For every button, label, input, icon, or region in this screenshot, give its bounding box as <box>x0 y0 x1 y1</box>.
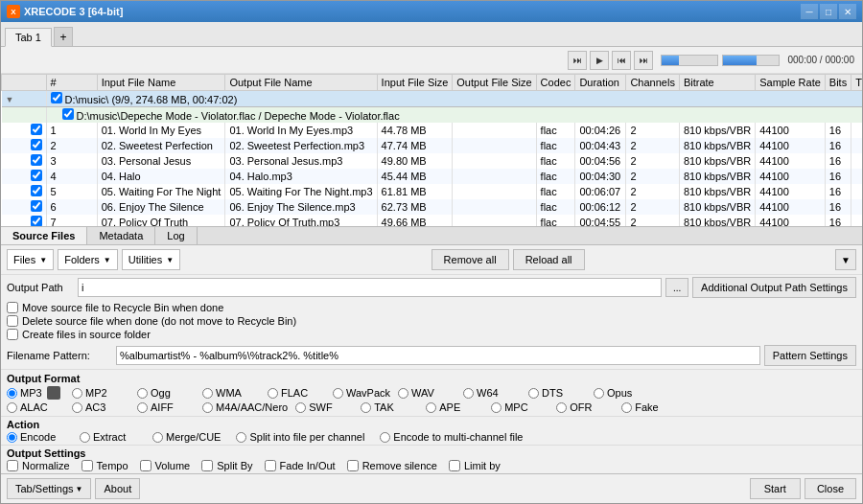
col-input-size[interactable]: Input File Size <box>377 75 453 91</box>
format-option-ac3[interactable]: AC3 <box>72 401 129 413</box>
play-button[interactable]: ▶ <box>590 51 609 70</box>
utilities-dropdown[interactable]: Utilities ▼ <box>122 249 180 270</box>
col-num[interactable]: # <box>46 75 97 91</box>
format-option-tak[interactable]: TAK <box>361 401 418 413</box>
action-option-encode_multi[interactable]: Encode to multi-channel file <box>380 431 523 443</box>
output-setting-fade_in_out[interactable]: Fade In/Out <box>265 460 336 471</box>
col-output-name[interactable]: Output File Name <box>225 75 377 91</box>
col-input-name[interactable]: Input File Name <box>97 75 225 91</box>
row-checkbox[interactable] <box>31 185 42 196</box>
output-setting-remove_silence[interactable]: Remove silence <box>347 460 437 471</box>
format-radio-ofr[interactable] <box>556 402 567 413</box>
expand-arrow[interactable]: ▼ <box>835 249 856 270</box>
format-radio-mpc[interactable] <box>491 402 501 413</box>
files-dropdown[interactable]: Files ▼ <box>7 249 54 270</box>
table-row[interactable]: 4 04. Halo 04. Halo.mp3 45.44 MB flac 00… <box>2 169 863 184</box>
col-bitrate[interactable]: Bitrate <box>679 75 755 91</box>
format-radio-wav[interactable] <box>398 388 408 399</box>
output-setting-checkbox-limit_by[interactable] <box>449 460 460 471</box>
action-radio-extract[interactable] <box>80 432 90 443</box>
format-option-dts[interactable]: DTS <box>528 387 586 399</box>
output-setting-normalize[interactable]: Normalize <box>7 460 70 471</box>
col-codec[interactable]: Codec <box>536 75 575 91</box>
format-option-ogg[interactable]: Ogg <box>137 387 195 399</box>
progress-bar[interactable] <box>661 55 718 66</box>
tab-settings-button[interactable]: Tab/Settings ▼ <box>7 478 91 499</box>
folders-dropdown[interactable]: Folders ▼ <box>58 249 118 270</box>
remove-all-button[interactable]: Remove all <box>432 249 509 270</box>
pattern-input[interactable] <box>116 346 760 365</box>
row-checkbox[interactable] <box>31 170 42 181</box>
output-setting-checkbox-split_by[interactable] <box>201 460 213 471</box>
minimize-button[interactable]: ─ <box>801 4 818 19</box>
action-option-encode[interactable]: Encode <box>7 431 64 443</box>
col-sample-rate[interactable]: Sample Rate <box>756 75 826 91</box>
additional-output-path-button[interactable]: Additional Output Path Settings <box>692 277 856 298</box>
output-setting-tempo[interactable]: Tempo <box>82 460 128 471</box>
format-option-w64[interactable]: W64 <box>463 387 521 399</box>
format-radio-ogg[interactable] <box>137 388 148 399</box>
action-radio-encode_multi[interactable] <box>380 432 390 443</box>
tab-1[interactable]: Tab 1 <box>5 28 52 47</box>
output-setting-limit_by[interactable]: Limit by <box>449 460 501 471</box>
close-button[interactable]: Close <box>805 478 856 499</box>
row-checkbox-cell[interactable] <box>2 138 47 153</box>
col-track-gain[interactable]: Track Gain <box>851 75 862 91</box>
format-radio-ac3[interactable] <box>72 402 82 413</box>
table-row[interactable]: 5 05. Waiting For The Night 05. Waiting … <box>2 184 863 199</box>
table-row[interactable]: 3 03. Personal Jesus 03. Personal Jesus.… <box>2 153 863 169</box>
mp3-settings-icon[interactable] <box>47 386 60 400</box>
table-row[interactable]: 2 02. Sweetest Perfection 02. Sweetest P… <box>2 138 863 153</box>
delete-source-checkbox[interactable] <box>7 315 18 327</box>
col-channels[interactable]: Channels <box>626 75 679 91</box>
output-setting-checkbox-normalize[interactable] <box>7 460 18 471</box>
row-checkbox-cell[interactable] <box>2 153 47 169</box>
format-radio-mp2[interactable] <box>72 388 82 399</box>
start-button[interactable]: Start <box>750 478 801 499</box>
format-option-opus[interactable]: Opus <box>594 387 651 399</box>
skip-next-button[interactable]: ⏭ <box>634 51 653 70</box>
rewind-button[interactable]: ⏭ <box>568 51 587 70</box>
action-option-extract[interactable]: Extract <box>80 431 137 443</box>
format-radio-aiff[interactable] <box>137 402 148 413</box>
format-option-wavpack[interactable]: WavPack <box>333 387 390 399</box>
row-checkbox-cell[interactable] <box>2 184 47 199</box>
format-option-flac[interactable]: FLAC <box>268 387 325 399</box>
reload-all-button[interactable]: Reload all <box>513 249 585 270</box>
format-radio-fake[interactable] <box>621 402 632 413</box>
format-radio-wavpack[interactable] <box>333 388 343 399</box>
format-radio-ape[interactable] <box>426 402 436 413</box>
row-checkbox[interactable] <box>31 139 42 150</box>
format-radio-tak[interactable] <box>361 402 371 413</box>
format-option-fake[interactable]: Fake <box>621 401 679 413</box>
format-radio-m4a[interactable] <box>202 402 213 413</box>
browse-button[interactable]: ... <box>665 278 688 297</box>
format-option-aiff[interactable]: AIFF <box>137 401 195 413</box>
close-window-button[interactable]: ✕ <box>839 4 856 19</box>
table-row[interactable]: 6 06. Enjoy The Silence 06. Enjoy The Si… <box>2 199 863 215</box>
format-option-swf[interactable]: SWF <box>295 401 353 413</box>
output-setting-volume[interactable]: Volume <box>140 460 191 471</box>
row-checkbox[interactable] <box>31 200 42 212</box>
output-setting-checkbox-fade_in_out[interactable] <box>265 460 276 471</box>
format-radio-w64[interactable] <box>463 388 474 399</box>
format-option-alac[interactable]: ALAC <box>7 401 64 413</box>
format-option-wma[interactable]: WMA <box>202 387 260 399</box>
format-radio-swf[interactable] <box>295 402 306 413</box>
col-duration[interactable]: Duration <box>575 75 626 91</box>
move-recycle-checkbox[interactable] <box>7 302 18 313</box>
output-setting-checkbox-volume[interactable] <box>140 460 152 471</box>
action-radio-encode[interactable] <box>7 432 17 443</box>
format-option-ape[interactable]: APE <box>426 401 483 413</box>
format-option-wav[interactable]: WAV <box>398 387 455 399</box>
tab-metadata[interactable]: Metadata <box>87 227 155 244</box>
row-checkbox-cell[interactable] <box>2 199 47 215</box>
format-option-mp3[interactable]: MP3 <box>7 386 64 400</box>
format-option-ofr[interactable]: OFR <box>556 401 614 413</box>
format-radio-dts[interactable] <box>528 388 539 399</box>
skip-prev-button[interactable]: ⏮ <box>612 51 631 70</box>
row-checkbox[interactable] <box>31 154 42 166</box>
output-setting-checkbox-tempo[interactable] <box>82 460 93 471</box>
table-row[interactable]: 7 07. Policy Of Truth 07. Policy Of Trut… <box>2 215 863 227</box>
format-radio-flac[interactable] <box>268 388 278 399</box>
